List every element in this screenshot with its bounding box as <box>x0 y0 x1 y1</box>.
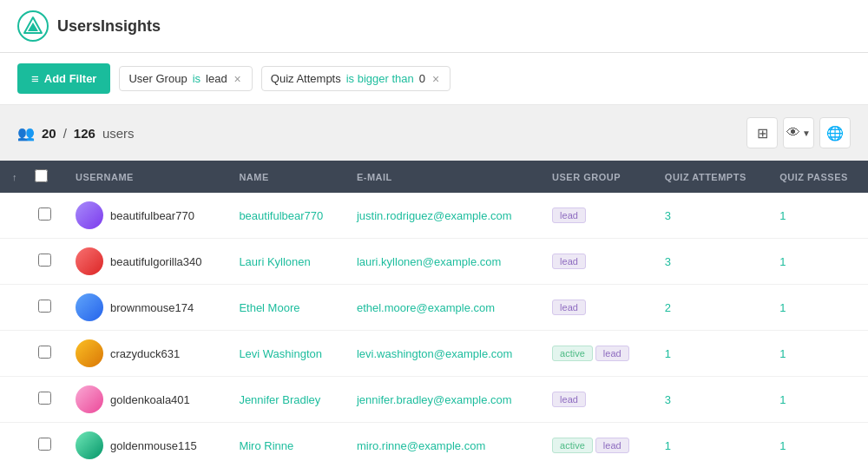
col-username: USERNAME <box>63 161 227 193</box>
row-sort-indicator <box>0 239 26 285</box>
row-email-cell: justin.rodriguez@example.com <box>345 193 540 239</box>
username-text: crazyduck631 <box>110 347 180 360</box>
users-icon: 👥 <box>17 125 35 142</box>
username-text: goldenmouse115 <box>110 439 197 452</box>
row-checkbox[interactable] <box>38 207 51 221</box>
row-username-cell: goldenmouse115 <box>63 423 227 462</box>
row-name-cell: Lauri Kyllonen <box>227 239 345 285</box>
stats-bar: 👥 20 / 126 users ⊞ 👁▼ 🌐 <box>0 105 868 161</box>
table-row: beautifulgorilla340Lauri Kyllonenlauri.k… <box>0 239 868 285</box>
quiz-passes-value: 1 <box>779 393 786 406</box>
row-quiz-attempts-cell: 1 <box>653 423 767 462</box>
row-usergroup-cell: lead <box>540 193 653 239</box>
avatar <box>76 293 103 321</box>
row-username-cell: crazyduck631 <box>63 331 227 377</box>
row-name-cell: Ethel Moore <box>227 285 345 331</box>
avatar <box>76 201 103 229</box>
table-row: goldenmouse115Miro Rinnemiro.rinne@examp… <box>0 423 868 462</box>
filter-tag-usergroup: User Group is lead × <box>119 66 252 91</box>
row-checkbox[interactable] <box>38 438 51 451</box>
name-text: Levi Washington <box>239 347 322 360</box>
row-name-cell: Levi Washington <box>227 331 345 377</box>
name-text: Jennifer Bradley <box>239 393 320 406</box>
quiz-attempts-value: 2 <box>665 301 671 314</box>
globe-view-button[interactable]: 🌐 <box>819 117 851 148</box>
row-name-cell: beautifulbear770 <box>227 193 345 239</box>
row-quiz-attempts-cell: 3 <box>653 193 767 239</box>
col-email: E-MAIL <box>345 161 540 193</box>
columns-view-button[interactable]: 👁▼ <box>783 117 814 148</box>
view-controls: ⊞ 👁▼ 🌐 <box>746 117 851 148</box>
row-checkbox[interactable] <box>38 392 51 405</box>
select-all-checkbox[interactable] <box>35 169 48 182</box>
add-filter-button[interactable]: ≡ Add Filter <box>17 63 110 94</box>
row-usergroup-cell: activelead <box>540 331 653 377</box>
row-email-cell: levi.washington@example.com <box>345 331 540 377</box>
row-quiz-passes-cell: 1 <box>767 285 868 331</box>
row-checkbox[interactable] <box>38 254 51 267</box>
row-email-cell: jennifer.bradley@example.com <box>345 377 540 423</box>
row-checkbox[interactable] <box>38 346 51 359</box>
row-quiz-attempts-cell: 2 <box>653 285 767 331</box>
email-text: levi.washington@example.com <box>357 347 512 360</box>
row-quiz-passes-cell: 1 <box>767 239 868 285</box>
sort-col-header: ↑ <box>0 161 26 193</box>
row-email-cell: miro.rinne@example.com <box>345 423 540 462</box>
username-text: goldenkoala401 <box>110 393 190 406</box>
tag-active: active <box>552 438 593 453</box>
col-usergroup: USER GROUP <box>540 161 653 193</box>
row-checkbox-cell[interactable] <box>26 423 63 462</box>
tag-lead: lead <box>595 438 629 453</box>
col-quiz-passes: QUIZ PASSES <box>767 161 868 193</box>
col-name: NAME <box>227 161 345 193</box>
filter-quiz-value: 0 <box>419 72 425 85</box>
row-checkbox-cell[interactable] <box>26 239 63 285</box>
name-text: Miro Rinne <box>239 439 293 452</box>
name-text: Ethel Moore <box>239 301 299 314</box>
row-quiz-passes-cell: 1 <box>767 193 868 239</box>
row-sort-indicator <box>0 193 26 239</box>
row-quiz-passes-cell: 1 <box>767 423 868 462</box>
row-email-cell: ethel.moore@example.com <box>345 285 540 331</box>
row-usergroup-cell: lead <box>540 377 653 423</box>
checkbox-col-header[interactable] <box>26 161 63 193</box>
filter-quiz-remove[interactable]: × <box>431 73 441 85</box>
row-checkbox-cell[interactable] <box>26 285 63 331</box>
quiz-attempts-value: 1 <box>665 347 671 360</box>
quiz-passes-value: 1 <box>779 347 786 360</box>
row-quiz-passes-cell: 1 <box>767 377 868 423</box>
row-username-cell: goldenkoala401 <box>63 377 227 423</box>
row-sort-indicator <box>0 377 26 423</box>
row-quiz-attempts-cell: 3 <box>653 377 767 423</box>
filter-usergroup-label: User Group <box>128 72 187 85</box>
tag-active: active <box>552 346 593 361</box>
row-sort-indicator <box>0 285 26 331</box>
stats-label: users <box>102 126 135 141</box>
row-checkbox-cell[interactable] <box>26 331 63 377</box>
sort-arrow-icon: ↑ <box>12 172 17 182</box>
avatar <box>76 385 103 413</box>
row-sort-indicator <box>0 331 26 377</box>
row-name-cell: Miro Rinne <box>227 423 345 462</box>
row-checkbox[interactable] <box>38 300 51 313</box>
filter-tag-quizattempts: Quiz Attempts is bigger than 0 × <box>261 66 450 91</box>
grid-view-button[interactable]: ⊞ <box>746 117 778 148</box>
row-checkbox-cell[interactable] <box>26 377 63 423</box>
stats-current: 20 <box>42 126 56 141</box>
row-checkbox-cell[interactable] <box>26 193 63 239</box>
name-text: Lauri Kyllonen <box>239 255 310 268</box>
filter-usergroup-value: lead <box>206 72 227 85</box>
quiz-attempts-value: 1 <box>665 439 671 452</box>
col-quiz-attempts: QUIZ ATTEMPTS <box>653 161 767 193</box>
filter-usergroup-remove[interactable]: × <box>233 73 243 85</box>
filter-usergroup-condition: is <box>193 72 201 85</box>
quiz-passes-value: 1 <box>779 301 786 314</box>
app-name: UsersInsights <box>57 17 161 36</box>
toolbar: ≡ Add Filter User Group is lead × Quiz A… <box>0 53 868 105</box>
table-row: beautifulbear770beautifulbear770justin.r… <box>0 193 868 239</box>
add-filter-label: Add Filter <box>44 72 97 85</box>
table-row: crazyduck631Levi Washingtonlevi.washingt… <box>0 331 868 377</box>
avatar <box>76 339 103 367</box>
row-email-cell: lauri.kyllonen@example.com <box>345 239 540 285</box>
quiz-passes-value: 1 <box>779 439 786 452</box>
